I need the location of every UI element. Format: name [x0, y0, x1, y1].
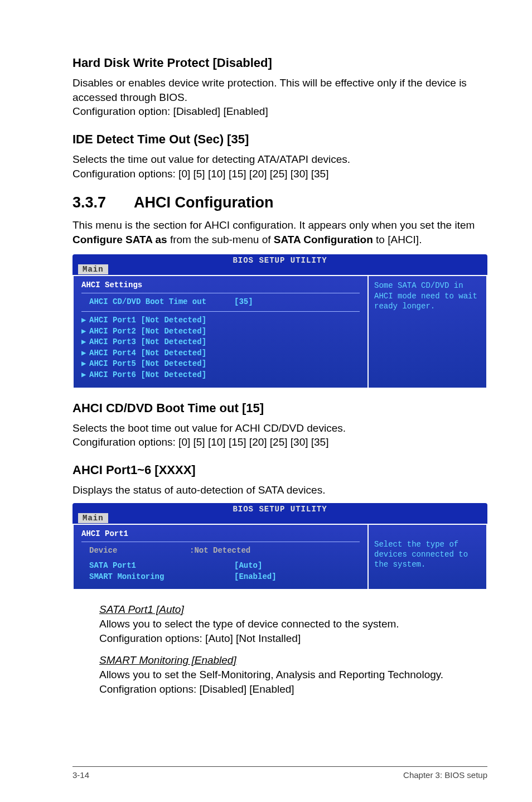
section-title: AHCI Configuration — [134, 194, 273, 211]
chapter-label: Chapter 3: BIOS setup — [403, 770, 487, 780]
bios-left-pane: AHCI Settings AHCI CD/DVD Boot Time out … — [72, 275, 367, 388]
text: Configration options: [Disabled] [Enable… — [99, 683, 294, 695]
subsection-title: SATA Port1 [Auto] — [99, 603, 184, 615]
heading-ide-detect-time-out: IDE Detect Time Out (Sec) [35] — [72, 132, 487, 147]
subsection-smart-monitoring: SMART Monitoring [Enabled] Allows you to… — [72, 653, 487, 696]
paragraph: Selects the time out value for detecting… — [72, 152, 487, 181]
bios-help-pane: Select the type of devices connected to … — [367, 524, 487, 591]
submenu-marker-icon: ▶ — [81, 326, 89, 337]
spacer — [81, 572, 89, 583]
bios-item-port1[interactable]: AHCI Port1 [Not Detected] — [89, 315, 206, 326]
bios-section-title: AHCI Port1 — [81, 529, 360, 538]
bios-value-device: :Not Detected — [190, 545, 250, 557]
heading-ahci-configuration: 3.3.7AHCI Configuration — [72, 194, 487, 211]
submenu-marker-icon: ▶ — [81, 359, 89, 370]
submenu-marker-icon: ▶ — [81, 337, 89, 348]
subsection-title: SMART Monitoring [Enabled] — [99, 654, 236, 666]
text: Configuration options: [0] [5] [10] [15]… — [72, 168, 328, 180]
spacer — [81, 545, 89, 557]
text: Congifuration options: [0] [5] [10] [15]… — [72, 436, 328, 448]
spacer — [81, 297, 89, 308]
bios-item-port4[interactable]: AHCI Port4 [Not Detected] — [89, 348, 206, 359]
bios-header: BIOS SETUP UTILITY Main — [72, 254, 487, 275]
text: Allows you to select the type of device … — [99, 618, 399, 630]
bios-item-port5[interactable]: AHCI Port5 [Not Detected] — [89, 359, 206, 370]
bios-header: BIOS SETUP UTILITY Main — [72, 503, 487, 524]
bios-item-device: Device — [89, 545, 190, 557]
paragraph: This menu is the section for AHCI config… — [72, 218, 487, 247]
bios-panel-ahci-port1: BIOS SETUP UTILITY Main AHCI Port1 Devic… — [72, 503, 487, 591]
subsection-sata-port1: SATA Port1 [Auto] Allows you to select t… — [72, 602, 487, 645]
text: Configuration option: [Disabled] [Enable… — [72, 105, 268, 117]
text-bold: Configure SATA as — [72, 234, 167, 245]
bios-left-pane: AHCI Port1 Device :Not Detected SATA Por… — [72, 524, 367, 591]
paragraph: Disables or enables device write protect… — [72, 76, 487, 119]
text: Selects the time out value for detecting… — [72, 153, 350, 165]
page-footer: 3-14 Chapter 3: BIOS setup — [72, 766, 487, 780]
text: to [AHCI]. — [373, 234, 422, 245]
bios-item-port6[interactable]: AHCI Port6 [Not Detected] — [89, 370, 206, 381]
bios-item-smart-monitoring[interactable]: SMART Monitoring — [89, 572, 190, 583]
submenu-marker-icon: ▶ — [81, 315, 89, 326]
text: This menu is the section for AHCI config… — [72, 219, 475, 231]
heading-hard-disk-write-protect: Hard Disk Write Protect [Disabled] — [72, 56, 487, 70]
bios-item-boot-time[interactable]: AHCI CD/DVD Boot Time out — [89, 297, 234, 308]
text: from the sub-menu of — [167, 234, 274, 245]
bios-tab-main[interactable]: Main — [78, 513, 108, 523]
text: Selects the boot time out value for ACHI… — [72, 422, 346, 434]
bios-item-port2[interactable]: AHCI Port2 [Not Detected] — [89, 326, 206, 337]
submenu-marker-icon: ▶ — [81, 348, 89, 359]
bios-help-text: Some SATA CD/DVD in AHCI mode need to wa… — [374, 281, 477, 310]
bios-title: BIOS SETUP UTILITY — [233, 505, 327, 514]
bios-item-sata-port1[interactable]: SATA Port1 — [89, 561, 190, 572]
heading-ahci-port1-6: AHCI Port1~6 [XXXX] — [72, 463, 487, 477]
bios-help-text: Select the type of devices connected to … — [374, 540, 468, 569]
paragraph: Selects the boot time out value for ACHI… — [72, 421, 487, 450]
bios-tab-main[interactable]: Main — [78, 264, 108, 274]
heading-ahci-cddvd-boot-time-out: AHCI CD/DVD Boot Time out [15] — [72, 401, 487, 416]
bios-value-boot-time: [35] — [234, 297, 253, 308]
bios-panel-ahci-settings: BIOS SETUP UTILITY Main AHCI Settings AH… — [72, 254, 487, 388]
page-number: 3-14 — [72, 770, 89, 780]
section-number: 3.3.7 — [72, 194, 134, 211]
bios-item-port3[interactable]: AHCI Port3 [Not Detected] — [89, 337, 206, 348]
bios-help-pane: Some SATA CD/DVD in AHCI mode need to wa… — [367, 275, 487, 388]
text: Allows you to set the Self-Monitoring, A… — [99, 669, 443, 680]
spacer — [81, 561, 89, 572]
bios-value-sata-port1: [Auto] — [234, 561, 262, 572]
submenu-marker-icon: ▶ — [81, 370, 89, 381]
text: Configuration options: [Auto] [Not Insta… — [99, 632, 301, 644]
bios-section-title: AHCI Settings — [81, 281, 360, 289]
text: Disables or enables device write protect… — [72, 77, 467, 103]
bios-value-smart-monitoring: [Enabled] — [234, 572, 277, 583]
bios-title: BIOS SETUP UTILITY — [233, 256, 327, 265]
text-bold: SATA Configuration — [274, 234, 373, 245]
paragraph: Displays the status of auto-detection of… — [72, 483, 487, 497]
